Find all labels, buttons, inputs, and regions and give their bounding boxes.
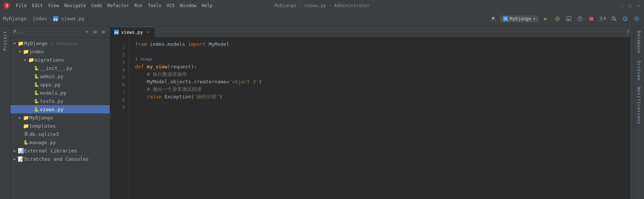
token-mymodel-2: MyModel xyxy=(147,78,167,86)
token-paren-6: ) xyxy=(259,78,262,86)
close-button[interactable]: ✕ xyxy=(636,3,641,8)
tab-close-viewspy[interactable]: ✕ xyxy=(145,30,150,35)
python-icon-manage: 🐍 xyxy=(23,140,29,145)
stop-button[interactable] xyxy=(587,14,596,23)
svg-text:↑: ↑ xyxy=(624,17,626,21)
scrollbar-vertical[interactable] xyxy=(630,38,633,199)
line-num-6: 6 xyxy=(110,81,129,89)
collapse-all-button[interactable]: ⊟ xyxy=(92,29,99,35)
update-button[interactable]: ↑ xyxy=(621,14,630,23)
breadcrumb-mydjango-label: MyDjango xyxy=(3,16,27,21)
code-line-3: 1 usage xyxy=(129,56,630,63)
scratches-icon: 📝 xyxy=(17,156,24,162)
token-exception: Exception( xyxy=(164,93,194,101)
tree-item-manage[interactable]: ▶ 🐍 manage.py xyxy=(11,138,110,146)
python-icon-models: 🐍 xyxy=(33,90,40,95)
tree-item-models[interactable]: ▶ 🐍 models.py xyxy=(11,89,110,97)
tree-label-manage: manage.py xyxy=(29,140,107,145)
menu-file[interactable]: File xyxy=(14,2,29,9)
menu-code[interactable]: Code xyxy=(89,2,105,9)
profile-button[interactable] xyxy=(576,14,585,23)
tree-item-apps[interactable]: ▶ 🐍 apps.py xyxy=(11,80,110,89)
search-button[interactable] xyxy=(609,14,618,23)
menu-tools[interactable]: Tools xyxy=(146,2,164,9)
user-button[interactable] xyxy=(489,14,498,23)
tree-item-db[interactable]: ▶ 🗄 db.sqlite3 xyxy=(11,130,110,138)
tree-item-init[interactable]: ▶ 🐍 __init__.py xyxy=(11,64,110,72)
settings-button[interactable] xyxy=(632,14,641,23)
svg-line-16 xyxy=(615,20,616,21)
code-content[interactable]: from index.models import MyModel 1 usage… xyxy=(129,38,630,199)
usage-annotation: 1 usage xyxy=(135,56,152,63)
line-num-1: 1 xyxy=(110,44,129,51)
menu-help[interactable]: Help xyxy=(199,2,215,9)
token-comment-5: # 执行数据库操作 xyxy=(135,71,187,78)
tree-item-index[interactable]: ▼ 📁 index xyxy=(11,47,110,56)
svg-point-4 xyxy=(492,17,494,19)
breadcrumb-index[interactable]: index xyxy=(32,16,47,21)
menu-vcs[interactable]: VCS xyxy=(164,2,177,9)
svg-rect-14 xyxy=(589,17,593,21)
breadcrumb-viewspy-label: views.py xyxy=(61,16,85,21)
code-editor[interactable]: 1 2 3 4 5 6 7 8 9 from index.models impo… xyxy=(110,38,633,199)
run-config-selector[interactable]: M MyDjango ▾ xyxy=(500,15,539,22)
debug-button[interactable] xyxy=(553,14,562,23)
sidebar-item-sciview[interactable]: SciView xyxy=(635,57,643,83)
code-line-4: def my_view(request): xyxy=(129,63,630,71)
run-config-arrow: ▾ xyxy=(533,16,536,21)
title-bar: J File Edit View Navigate Code Refactor … xyxy=(0,0,644,11)
menu-edit[interactable]: Edit xyxy=(30,2,45,9)
new-file-button[interactable]: + xyxy=(84,29,90,35)
menu-navigate[interactable]: Navigate xyxy=(62,2,88,9)
breadcrumb-viewspy[interactable]: py views.py xyxy=(53,16,85,21)
sidebar-item-database[interactable]: Database xyxy=(635,28,643,57)
file-tree-project-label: P... xyxy=(14,29,24,35)
breadcrumb-mydjango[interactable]: MyDjango xyxy=(3,16,27,21)
run-button[interactable]: ▶ xyxy=(541,14,551,24)
project-strip-label[interactable]: Project xyxy=(3,31,8,51)
tree-label-scratches: Scratches and Consoles xyxy=(24,156,107,162)
tree-label-init: __init__.py xyxy=(40,65,107,71)
token-import: import xyxy=(188,41,209,48)
tree-item-mydjango-sub[interactable]: ▶ 📁 MyDjango xyxy=(11,113,110,122)
svg-text:J: J xyxy=(6,4,8,8)
tree-item-views[interactable]: ▶ 🐍 views.py xyxy=(11,105,110,113)
menu-view[interactable]: View xyxy=(46,2,61,9)
token-indent-6 xyxy=(135,78,147,86)
tree-item-migrations[interactable]: ▶ 📁 migrations xyxy=(11,56,110,64)
menu-run[interactable]: Run xyxy=(132,2,145,9)
sidebar-item-notifications[interactable]: Notifications xyxy=(635,84,643,127)
tree-item-admin[interactable]: ▶ 🐍 admin.py xyxy=(11,72,110,80)
code-line-2 xyxy=(129,48,630,56)
tree-label-mydjango-root: MyDjango D:\MyDjango xyxy=(24,41,107,46)
menu-window[interactable]: Window xyxy=(178,2,199,9)
tree-item-external-libs[interactable]: ▶ 📊 External Libraries xyxy=(11,146,110,155)
svg-text:M: M xyxy=(504,17,507,21)
file-tree-content: ▼ 📁 MyDjango D:\MyDjango ▼ 📁 index ▶ 📁 m… xyxy=(11,38,110,199)
token-raise: raise xyxy=(147,93,164,101)
tree-label-migrations: migrations xyxy=(35,57,107,63)
token-myview: my_view xyxy=(147,63,167,71)
translate-button[interactable]: 文A xyxy=(598,14,607,23)
svg-text:▶: ▶ xyxy=(568,17,570,21)
tree-item-tests[interactable]: ▶ 🐍 tests.py xyxy=(11,97,110,105)
token-comment-7: # 抛出一个异常测试回滚 xyxy=(135,86,202,93)
tree-item-scratches[interactable]: ▶ 📝 Scratches and Consoles xyxy=(11,155,110,163)
maximize-button[interactable]: □ xyxy=(627,3,633,8)
db-icon: 🗄 xyxy=(23,132,29,137)
minimize-button[interactable]: — xyxy=(619,3,624,8)
code-line-1: from index.models import MyModel xyxy=(129,41,630,48)
menu-refactor[interactable]: Refactor xyxy=(105,2,131,9)
arrow-mydjango-sub: ▶ xyxy=(17,116,23,120)
tab-viewspy[interactable]: py views.py ✕ xyxy=(110,27,155,37)
window-controls: — □ ✕ xyxy=(619,3,641,8)
tree-item-templates[interactable]: ▶ 📁 templates xyxy=(11,122,110,130)
project-sidebar-strip: Project xyxy=(0,26,11,199)
tree-item-mydjango-root[interactable]: ▼ 📁 MyDjango D:\MyDjango xyxy=(11,39,110,47)
svg-point-15 xyxy=(612,17,615,20)
file-tree-settings-button[interactable]: ⚙ xyxy=(100,29,107,35)
coverage-button[interactable]: ▶ xyxy=(564,14,573,23)
tree-label-mydjango-sub: MyDjango xyxy=(29,115,107,121)
code-line-7: # 抛出一个异常测试回滚 xyxy=(129,86,630,93)
toolbar-right: M MyDjango ▾ ▶ ▶ 文A ↑ xyxy=(489,14,641,24)
